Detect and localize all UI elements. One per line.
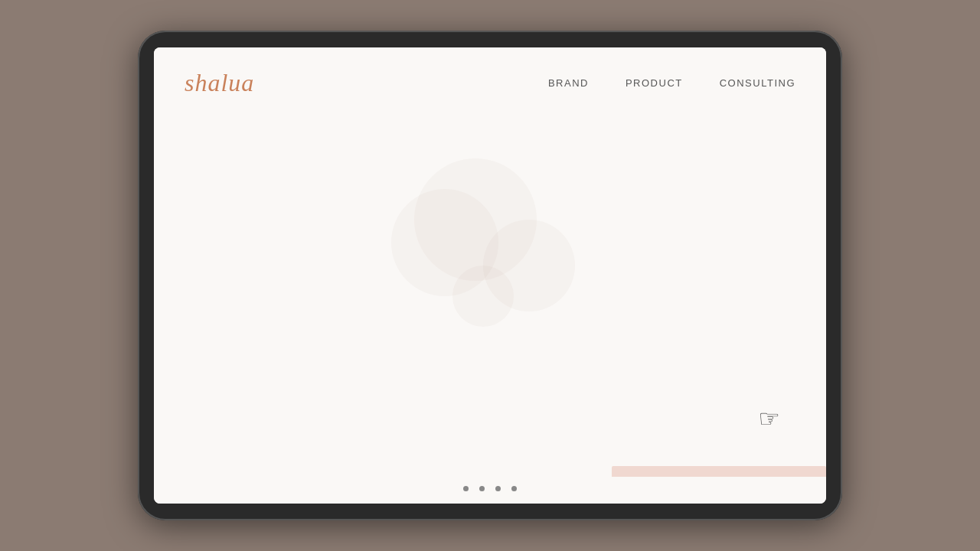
nav-consulting[interactable]: CONSULTING [720, 77, 795, 89]
cursor-pointer: ☜ [758, 406, 780, 431]
deco-bg-4 [391, 189, 498, 296]
pagination-dot-1[interactable] [463, 486, 469, 491]
pagination-dot-3[interactable] [495, 486, 501, 491]
bottom-partial-element [612, 466, 826, 477]
tablet-screen: shalua BRAND PRODUCT CONSULTING ☜ [154, 47, 826, 504]
header: shalua BRAND PRODUCT CONSULTING [154, 47, 826, 112]
pagination-dot-2[interactable] [479, 486, 485, 491]
site-logo[interactable]: shalua [185, 69, 254, 97]
tablet-device: shalua BRAND PRODUCT CONSULTING ☜ [138, 31, 842, 520]
nav-brand[interactable]: BRAND [548, 77, 589, 89]
pagination-dot-4[interactable] [511, 486, 517, 491]
main-content: ☜ [154, 112, 826, 477]
pagination-dots [154, 477, 826, 504]
main-nav: BRAND PRODUCT CONSULTING [548, 77, 795, 89]
nav-product[interactable]: PRODUCT [626, 77, 683, 89]
